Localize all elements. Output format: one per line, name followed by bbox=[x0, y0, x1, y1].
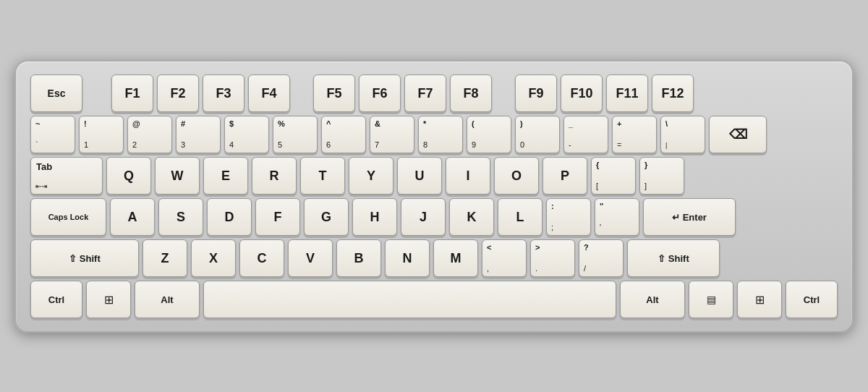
key-quote[interactable]: " ' bbox=[595, 198, 639, 236]
six-label: 6 bbox=[326, 140, 331, 149]
key-a[interactable]: A bbox=[110, 198, 155, 236]
lctrl-label: Ctrl bbox=[48, 294, 64, 304]
minus-label: - bbox=[569, 140, 571, 149]
hash-label: # bbox=[181, 119, 185, 128]
key-i[interactable]: I bbox=[446, 157, 490, 195]
lbracket-label: [ bbox=[596, 182, 598, 190]
key-o[interactable]: O bbox=[494, 157, 539, 195]
key-n[interactable]: N bbox=[385, 239, 430, 277]
key-lalt[interactable]: Alt bbox=[135, 281, 200, 318]
key-g[interactable]: G bbox=[304, 198, 349, 236]
key-t[interactable]: T bbox=[300, 157, 345, 195]
key-slash[interactable]: ? / bbox=[579, 239, 624, 277]
key-f6[interactable]: F6 bbox=[359, 74, 401, 112]
key-q[interactable]: Q bbox=[106, 157, 151, 195]
key-9[interactable]: ( 9 bbox=[467, 116, 511, 153]
key-f4[interactable]: F4 bbox=[248, 74, 290, 112]
slash-label: / bbox=[584, 264, 586, 273]
squote-label: ' bbox=[600, 223, 601, 231]
key-r[interactable]: R bbox=[252, 157, 297, 195]
seven-label: 7 bbox=[375, 140, 379, 149]
key-menu[interactable]: ▤ bbox=[689, 281, 733, 318]
key-w[interactable]: W bbox=[155, 157, 200, 195]
key-ralt[interactable]: Alt bbox=[620, 281, 685, 318]
key-u[interactable]: U bbox=[397, 157, 442, 195]
tilde-label: ~ bbox=[35, 119, 40, 128]
key-f1[interactable]: F1 bbox=[111, 74, 153, 112]
key-rbracket[interactable]: } ] bbox=[639, 157, 684, 195]
at-label: @ bbox=[132, 119, 140, 128]
key-f10[interactable]: F10 bbox=[561, 74, 603, 112]
key-rshift[interactable]: ⇧ Shift bbox=[627, 239, 720, 277]
key-f3[interactable]: F3 bbox=[203, 74, 244, 112]
exclaim-label: ! bbox=[84, 119, 87, 128]
key-lshift[interactable]: ⇧ Shift bbox=[30, 239, 139, 277]
g-label: G bbox=[321, 209, 331, 224]
t-label: T bbox=[319, 168, 327, 183]
key-h[interactable]: H bbox=[352, 198, 397, 236]
key-lctrl[interactable]: Ctrl bbox=[30, 281, 82, 318]
key-4[interactable]: $ 4 bbox=[224, 116, 269, 153]
key-space[interactable] bbox=[203, 281, 616, 318]
key-e[interactable]: E bbox=[203, 157, 248, 195]
key-s[interactable]: S bbox=[158, 198, 203, 236]
key-f5[interactable]: F5 bbox=[313, 74, 355, 112]
key-semicolon[interactable]: : ; bbox=[546, 198, 591, 236]
key-p[interactable]: P bbox=[542, 157, 587, 195]
key-tab[interactable]: Tab ⇤⇥ bbox=[30, 157, 103, 195]
key-lbracket[interactable]: { [ bbox=[591, 157, 636, 195]
l-label: L bbox=[516, 209, 524, 224]
key-backtick[interactable]: ~ ` bbox=[30, 116, 75, 153]
key-x[interactable]: X bbox=[191, 239, 236, 277]
gt-label: > bbox=[535, 243, 540, 252]
eight-label: 8 bbox=[423, 140, 427, 149]
key-enter[interactable]: ↵ Enter bbox=[643, 198, 736, 236]
z-label: Z bbox=[161, 250, 169, 265]
key-f7[interactable]: F7 bbox=[404, 74, 446, 112]
key-lwin[interactable]: ⊞ bbox=[86, 281, 131, 318]
key-rctrl[interactable]: Ctrl bbox=[786, 281, 838, 318]
key-backspace[interactable]: ⌫ bbox=[709, 116, 767, 153]
key-l[interactable]: L bbox=[498, 198, 542, 236]
keyboard: Esc F1 F2 F3 F4 F5 F6 F7 F8 F9 F10 F11 F… bbox=[14, 60, 854, 333]
key-f2[interactable]: F2 bbox=[157, 74, 199, 112]
key-comma[interactable]: < , bbox=[482, 239, 527, 277]
key-y[interactable]: Y bbox=[349, 157, 393, 195]
key-d[interactable]: D bbox=[207, 198, 252, 236]
plus-label: + bbox=[617, 119, 621, 128]
key-esc[interactable]: Esc bbox=[30, 74, 82, 112]
f8-label: F8 bbox=[463, 85, 478, 101]
key-f12[interactable]: F12 bbox=[652, 74, 694, 112]
key-2[interactable]: @ 2 bbox=[127, 116, 172, 153]
key-j[interactable]: J bbox=[401, 198, 446, 236]
key-m[interactable]: M bbox=[433, 239, 478, 277]
key-f[interactable]: F bbox=[255, 198, 300, 236]
key-7[interactable]: & 7 bbox=[370, 116, 414, 153]
f7-label: F7 bbox=[417, 85, 433, 101]
key-3[interactable]: # 3 bbox=[176, 116, 221, 153]
key-f9[interactable]: F9 bbox=[515, 74, 557, 112]
key-b[interactable]: B bbox=[336, 239, 381, 277]
key-1[interactable]: ! 1 bbox=[79, 116, 124, 153]
key-k[interactable]: K bbox=[449, 198, 494, 236]
semicolon-label: ; bbox=[551, 223, 553, 231]
key-minus[interactable]: _ - bbox=[563, 116, 608, 153]
key-period[interactable]: > . bbox=[530, 239, 575, 277]
key-8[interactable]: * 8 bbox=[418, 116, 463, 153]
key-6[interactable]: ^ 6 bbox=[321, 116, 366, 153]
key-5[interactable]: % 5 bbox=[273, 116, 318, 153]
f3-label: F3 bbox=[216, 85, 231, 101]
key-equals[interactable]: + = bbox=[612, 116, 657, 153]
key-capslock[interactable]: Caps Lock bbox=[30, 198, 106, 236]
key-0[interactable]: ) 0 bbox=[515, 116, 560, 153]
key-f8[interactable]: F8 bbox=[450, 74, 492, 112]
key-z[interactable]: Z bbox=[142, 239, 187, 277]
key-f11[interactable]: F11 bbox=[606, 74, 648, 112]
one-label: 1 bbox=[84, 140, 88, 149]
key-backslash[interactable]: \ | bbox=[660, 116, 705, 153]
key-v[interactable]: V bbox=[288, 239, 333, 277]
home-row: Caps Lock A S D F G H J K L : ; " ' ↵ En… bbox=[30, 198, 838, 236]
key-c[interactable]: C bbox=[239, 239, 284, 277]
key-rwin[interactable]: ⊞ bbox=[737, 281, 782, 318]
f10-label: F10 bbox=[570, 85, 592, 101]
